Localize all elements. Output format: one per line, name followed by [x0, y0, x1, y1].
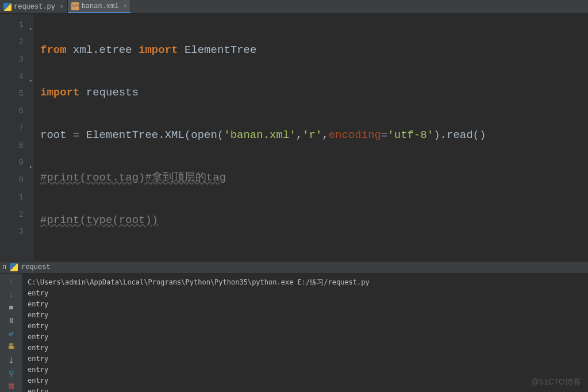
- console-command: C:\Users\admin\AppData\Local\Programs\Py…: [28, 277, 583, 288]
- console-line: entry: [28, 310, 583, 321]
- python-icon: [10, 263, 18, 271]
- editor-tabs: request.py × banan.xml ×: [0, 0, 588, 14]
- tab-banan-xml[interactable]: banan.xml ×: [68, 0, 131, 13]
- rerun-icon[interactable]: ↑: [6, 276, 17, 287]
- tab-label: banan.xml: [82, 2, 119, 10]
- run-tool-column: ↑ ↓ ■ ⏸ ⇄ 🖶 ⤓ ⚲ 🗑: [0, 274, 23, 392]
- code-editor[interactable]: 1▸ 2 3 4▸ 5 6 7 8 9▸ 0 1 2 3 from xml.et…: [0, 14, 588, 261]
- toggle-icon[interactable]: ⇄: [6, 329, 17, 340]
- console-line: entry: [28, 353, 583, 364]
- close-icon[interactable]: ×: [123, 3, 127, 10]
- pause-icon[interactable]: ⏸: [6, 316, 17, 326]
- console-line: entry: [28, 288, 583, 299]
- stop-icon[interactable]: ■: [6, 302, 17, 313]
- run-prefix: n: [2, 263, 6, 271]
- console-line: entry: [28, 332, 583, 343]
- print-icon[interactable]: 🖶: [6, 341, 17, 352]
- watermark: @51CTO博客: [531, 377, 581, 387]
- console-line: entry: [28, 343, 583, 353]
- console-line: entry: [28, 386, 583, 392]
- run-console: ↑ ↓ ■ ⏸ ⇄ 🖶 ⤓ ⚲ 🗑 C:\Users\admin\AppData…: [0, 274, 588, 392]
- code-area[interactable]: from xml.etree import ElementTree import…: [34, 14, 588, 261]
- console-line: entry: [28, 364, 583, 375]
- python-file-icon: [3, 3, 11, 11]
- close-icon[interactable]: ×: [60, 3, 64, 10]
- console-line: entry: [28, 299, 583, 310]
- tab-label: request.py: [14, 3, 55, 11]
- xml-file-icon: [71, 2, 79, 10]
- console-line: entry: [28, 375, 583, 386]
- run-toolwindow-header: n request: [0, 261, 588, 274]
- console-line: entry: [28, 321, 583, 332]
- filter-icon[interactable]: ⚲: [6, 368, 17, 379]
- trash-icon[interactable]: 🗑: [6, 381, 17, 392]
- export-icon[interactable]: ⤓: [6, 355, 17, 366]
- console-output[interactable]: C:\Users\admin\AppData\Local\Programs\Py…: [23, 274, 588, 392]
- rerun-down-icon[interactable]: ↓: [6, 289, 17, 300]
- tab-request-py[interactable]: request.py ×: [0, 0, 68, 13]
- run-config-label[interactable]: request: [21, 263, 50, 271]
- line-gutter: 1▸ 2 3 4▸ 5 6 7 8 9▸ 0 1 2 3: [0, 14, 34, 261]
